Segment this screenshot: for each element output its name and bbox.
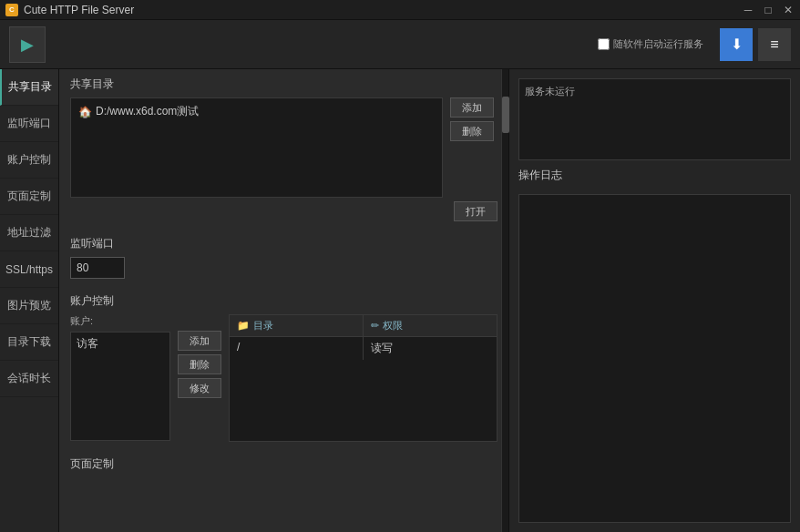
title-bar: C Cute HTTP File Server ─ □ ✕ [0, 0, 800, 20]
account-list[interactable]: 访客 [70, 332, 170, 441]
sidebar-item-share-dir[interactable]: 共享目录 [0, 69, 58, 106]
account-rights-panel: 📁 目录 ✏ 权限 / 读写 [229, 314, 497, 442]
account-inner: 账户: 访客 添加 删除 修改 📁 目 [70, 314, 497, 442]
account-section-title: 账户控制 [70, 293, 497, 309]
rights-header: 📁 目录 ✏ 权限 [230, 315, 497, 337]
dir-path: D:/www.x6d.com测试 [96, 104, 199, 119]
autostart-label[interactable]: 随软件启动运行服务 [598, 37, 703, 51]
log-label: 操作日志 [518, 168, 791, 183]
add-account-button[interactable]: 添加 [178, 331, 221, 351]
rights-perm-cell: 读写 [364, 337, 497, 360]
autostart-text: 随软件启动运行服务 [613, 37, 703, 51]
title-bar-text: Cute HTTP File Server [24, 4, 742, 16]
maximize-button[interactable]: □ [762, 4, 774, 16]
window-controls: ─ □ ✕ [742, 4, 795, 16]
share-dir-section: 共享目录 🏠 D:/www.x6d.com测试 添加 删除 [70, 77, 497, 221]
download-button[interactable]: ⬇ [720, 28, 753, 61]
rights-dir-cell: / [230, 337, 364, 360]
center-panel: 共享目录 🏠 D:/www.x6d.com测试 添加 删除 [59, 69, 508, 532]
port-section: 监听端口 80 [70, 236, 497, 279]
rights-data-row[interactable]: / 读写 [230, 337, 497, 360]
folder-icon: 📁 [237, 320, 250, 332]
sidebar-item-imgpreview[interactable]: 图片预览 [0, 288, 58, 324]
right-panel: 服务未运行 操作日志 [508, 69, 800, 532]
status-text: 服务未运行 [525, 86, 575, 97]
scrollbar-thumb[interactable] [502, 97, 509, 133]
share-dir-list[interactable]: 🏠 D:/www.x6d.com测试 [70, 97, 443, 198]
rights-perm-col: ✏ 权限 [364, 315, 497, 336]
add-dir-button[interactable]: 添加 [450, 97, 494, 118]
share-dir-wrapper: 🏠 D:/www.x6d.com测试 添加 删除 [70, 97, 443, 198]
delete-dir-button[interactable]: 删除 [450, 121, 494, 141]
sidebar-item-dirdownload[interactable]: 目录下载 [0, 324, 58, 361]
rights-dir-label: 目录 [253, 319, 273, 332]
account-left: 账户: 访客 [70, 314, 170, 441]
app-icon-letter: C [9, 5, 15, 14]
main-toolbar: ▶ 随软件启动运行服务 ⬇ ≡ [0, 20, 800, 69]
log-box [518, 194, 791, 523]
play-button[interactable]: ▶ [9, 26, 46, 63]
share-dir-item[interactable]: 🏠 D:/www.x6d.com测试 [75, 102, 438, 121]
rights-dir-col: 📁 目录 [230, 315, 364, 336]
port-section-title: 监听端口 [70, 236, 497, 251]
close-button[interactable]: ✕ [782, 4, 795, 16]
sidebar-item-session[interactable]: 会话时长 [0, 361, 58, 397]
center-wrapper: 共享目录 🏠 D:/www.x6d.com测试 添加 删除 [59, 69, 508, 532]
main-content: 共享目录 监听端口 账户控制 页面定制 地址过滤 SSL/https 图片预览 … [0, 69, 800, 532]
minimize-button[interactable]: ─ [742, 4, 754, 16]
delete-account-button[interactable]: 删除 [178, 354, 221, 374]
autostart-checkbox[interactable] [598, 38, 610, 50]
open-dir-button[interactable]: 打开 [454, 201, 497, 221]
center-scrollbar[interactable] [501, 69, 508, 532]
sidebar-item-filter[interactable]: 地址过滤 [0, 215, 58, 251]
modify-account-button[interactable]: 修改 [178, 378, 221, 398]
account-label: 账户: [70, 314, 170, 328]
open-btn-row: 打开 [70, 201, 497, 221]
account-buttons: 添加 删除 修改 [178, 314, 221, 398]
app-icon: C [5, 4, 18, 16]
rights-perm-label: 权限 [383, 319, 403, 332]
menu-icon: ≡ [770, 36, 778, 53]
play-icon: ▶ [21, 35, 34, 55]
share-dir-row: 🏠 D:/www.x6d.com测试 添加 删除 [70, 97, 497, 198]
sidebar-item-page[interactable]: 页面定制 [0, 179, 58, 215]
page-customize-label: 页面定制 [70, 456, 497, 472]
sidebar-item-port[interactable]: 监听端口 [0, 106, 58, 142]
home-icon: 🏠 [78, 106, 92, 118]
account-section: 账户控制 账户: 访客 添加 删除 修改 [70, 293, 497, 442]
sidebar-item-ssl[interactable]: SSL/https [0, 251, 58, 288]
sidebar-item-account[interactable]: 账户控制 [0, 142, 58, 179]
download-icon: ⬇ [731, 36, 743, 53]
menu-button[interactable]: ≡ [758, 28, 791, 61]
port-input[interactable]: 80 [70, 257, 125, 279]
share-dir-buttons: 添加 删除 [450, 97, 494, 141]
account-guest-item[interactable]: 访客 [73, 334, 168, 353]
sidebar: 共享目录 监听端口 账户控制 页面定制 地址过滤 SSL/https 图片预览 … [0, 69, 59, 532]
edit-icon: ✏ [371, 320, 379, 332]
share-dir-title: 共享目录 [70, 77, 497, 92]
status-box: 服务未运行 [518, 78, 791, 160]
